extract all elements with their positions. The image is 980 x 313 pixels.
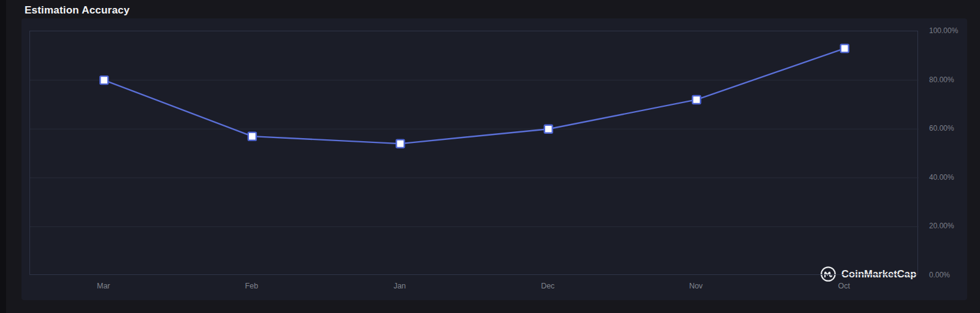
y-axis-tick-label: 80.00% (929, 75, 972, 85)
data-point-marker (692, 96, 700, 104)
x-axis-tick-label: Oct (819, 281, 868, 292)
y-axis-tick-label: 0.00% (929, 270, 972, 280)
y-axis-tick-label: 100.00% (929, 26, 972, 36)
y-axis-tick-label: 40.00% (929, 172, 972, 182)
page-edge-strip (0, 0, 6, 313)
data-point-marker (100, 76, 108, 84)
x-axis-tick-label: Nov (672, 281, 721, 292)
accuracy-line-chart (30, 31, 919, 276)
data-point-marker (248, 133, 256, 141)
x-axis-tick-label: Mar (79, 281, 128, 292)
page-title: Estimation Accuracy (25, 4, 129, 17)
data-point-marker (545, 125, 553, 133)
y-axis-tick-label: 60.00% (929, 123, 972, 133)
data-point-marker (841, 44, 849, 52)
x-axis-tick-label: Dec (523, 281, 572, 292)
plot-area (29, 31, 918, 275)
x-axis-tick-label: Feb (227, 281, 276, 292)
data-point-marker (396, 140, 404, 148)
data-line (104, 48, 845, 144)
y-axis-tick-label: 20.00% (929, 221, 972, 231)
x-axis-tick-label: Jan (375, 281, 424, 292)
